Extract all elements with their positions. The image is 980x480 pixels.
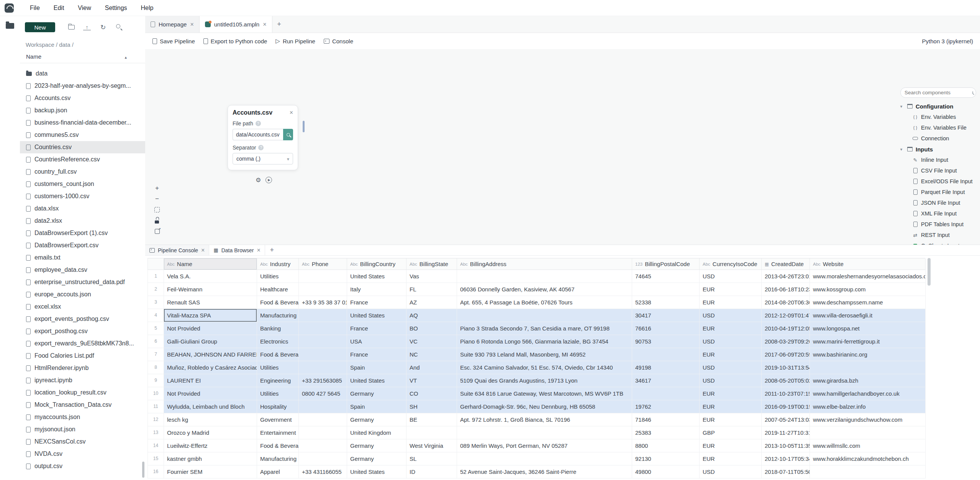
cell-billingstate[interactable]: AQ: [406, 309, 457, 322]
cell-website[interactable]: www.willmsllc.com: [810, 439, 926, 452]
component-item[interactable]: XML File Input: [897, 208, 980, 219]
cell-createddate[interactable]: 2008-03-29T09:26:2: [762, 335, 810, 348]
zoom-out-icon[interactable]: [153, 195, 161, 203]
cell-billingstate[interactable]: VT: [406, 374, 457, 387]
new-button[interactable]: New: [25, 22, 55, 32]
toolbar-button[interactable]: Console: [320, 35, 357, 47]
cell-industry[interactable]: Food & Beverag: [257, 296, 299, 309]
cell-createddate[interactable]: 2010-04-19T12:05:1: [762, 322, 810, 335]
cell-billingpostalcode[interactable]: 92130: [632, 452, 700, 465]
cell-billingpostalcode[interactable]: 52338: [632, 296, 700, 309]
cell-createddate[interactable]: 2014-08-20T06:36:2: [762, 296, 810, 309]
cell-billingaddress[interactable]: [457, 309, 632, 322]
cell-billingcountry[interactable]: Germany: [347, 387, 406, 400]
cell-phone[interactable]: [299, 309, 347, 322]
cell-billingstate[interactable]: NC: [406, 348, 457, 361]
sort-ascending-icon[interactable]: [125, 53, 127, 60]
cell-currencyisocode[interactable]: USD: [700, 309, 762, 322]
file-list-item[interactable]: backup.json: [20, 104, 145, 117]
component-item[interactable]: Excel/ODS File Input: [897, 176, 980, 187]
cell-phone[interactable]: [299, 452, 347, 465]
lock-icon[interactable]: [153, 216, 161, 225]
cell-industry[interactable]: Utilities: [257, 270, 299, 283]
cell-billingpostalcode[interactable]: 76616: [632, 322, 700, 335]
cell-currencyisocode[interactable]: GBP: [700, 426, 762, 439]
cell-billingpostalcode[interactable]: 25383: [632, 426, 700, 439]
component-item[interactable]: ▾ Inputs: [897, 144, 980, 155]
cell-name[interactable]: Vitali-Mazza SPA: [164, 309, 257, 322]
breadcrumb-root[interactable]: Workspace: [26, 41, 54, 48]
cell-website[interactable]: www.villa-derosaefigli.it: [810, 309, 926, 322]
cell-createddate[interactable]: 2016-09-19T00:15:1: [762, 400, 810, 413]
component-item[interactable]: Connection: [897, 133, 980, 144]
file-list-item[interactable]: Accounts.csv: [20, 92, 145, 104]
sidebar-toolbar-icon[interactable]: [83, 24, 91, 30]
close-tab-icon[interactable]: [257, 247, 261, 253]
cell-name[interactable]: Muñoz, Robledo y Casárez Asociados: [164, 361, 257, 374]
file-list-item[interactable]: employee_data.csv: [20, 264, 145, 276]
component-item[interactable]: PDF Tables Input: [897, 219, 980, 230]
sidebar-toolbar-icon[interactable]: [68, 25, 75, 30]
cell-phone[interactable]: +33 9 35 38 37 01: [299, 296, 347, 309]
cell-phone[interactable]: [299, 439, 347, 452]
cell-phone[interactable]: [299, 361, 347, 374]
column-header[interactable]: Abc BillingCountry: [347, 258, 406, 270]
node-scrollbar[interactable]: [303, 121, 305, 132]
file-browser-icon[interactable]: [6, 23, 14, 29]
cell-industry[interactable]: Government: [257, 413, 299, 426]
cell-name[interactable]: Orozco y Madrid: [164, 426, 257, 439]
cell-industry[interactable]: Utilities: [257, 387, 299, 400]
file-list-item[interactable]: export_rewards_9uE58tbkMK73n8...: [20, 337, 145, 350]
cell-currencyisocode[interactable]: EUR: [700, 296, 762, 309]
file-list-item[interactable]: export_events_posthog.csv: [20, 313, 145, 325]
file-list-item[interactable]: customers_count.json: [20, 178, 145, 190]
play-icon[interactable]: [265, 177, 272, 183]
cell-currencyisocode[interactable]: EUR: [700, 413, 762, 426]
toolbar-button[interactable]: Export to Python code: [199, 35, 272, 47]
column-header[interactable]: Abc Industry: [257, 258, 299, 270]
file-list-item[interactable]: enterprise_unstructured_data.pdf: [20, 276, 145, 288]
file-list-item[interactable]: business-financial-data-december...: [20, 117, 145, 129]
cell-billingaddress[interactable]: Esc. 324 Camino Salvador, 51 Esc. 574, O…: [457, 361, 632, 374]
cell-website[interactable]: www.marini-ferrettigroup.it: [810, 335, 926, 348]
cell-website[interactable]: [810, 361, 926, 374]
file-list-item[interactable]: emails.txt: [20, 252, 145, 264]
cell-billingpostalcode[interactable]: 19762: [632, 400, 700, 413]
column-header[interactable]: Abc Website: [810, 258, 926, 270]
cell-industry[interactable]: Manufacturing: [257, 309, 299, 322]
cell-phone[interactable]: [299, 270, 347, 283]
cell-billingaddress[interactable]: Apt. 972 Lohrstr. 1, Groß Bianca, SL 701…: [457, 413, 632, 426]
cell-industry[interactable]: Engineering: [257, 374, 299, 387]
cell-billingpostalcode[interactable]: [632, 387, 700, 400]
cell-billingstate[interactable]: West Virginia: [406, 439, 457, 452]
cell-billingcountry[interactable]: United States: [347, 374, 406, 387]
pipeline-node[interactable]: Accounts.csv File path Separator comma (…: [228, 105, 298, 170]
cell-website[interactable]: www.bashirianinc.org: [810, 348, 926, 361]
cell-billingaddress[interactable]: 52 Avenue Saint-Jacques, 36246 Saint-Pie…: [457, 465, 632, 478]
cell-industry[interactable]: Apparel: [257, 465, 299, 478]
cell-currencyisocode[interactable]: EUR: [700, 322, 762, 335]
cell-phone[interactable]: 0800 427 5645: [299, 387, 347, 400]
cell-billingstate[interactable]: SH: [406, 400, 457, 413]
cell-createddate[interactable]: 2018-07-11T05:50:5: [762, 465, 810, 478]
cell-createddate[interactable]: 2017-06-09T20:59:5: [762, 348, 810, 361]
cell-industry[interactable]: Food & Beverag: [257, 439, 299, 452]
zoom-in-icon[interactable]: [153, 184, 161, 192]
file-list-item[interactable]: Countries.csv: [20, 141, 145, 153]
cell-name[interactable]: Fournier SEM: [164, 465, 257, 478]
gear-icon[interactable]: [256, 176, 261, 184]
cell-currencyisocode[interactable]: EUR: [700, 400, 762, 413]
cell-createddate[interactable]: 2011-10-23T07:15:4: [762, 387, 810, 400]
cell-billingstate[interactable]: ID: [406, 465, 457, 478]
cell-billingpostalcode[interactable]: [632, 348, 700, 361]
cell-website[interactable]: www.horakklimczakundmotchebon.ch: [810, 452, 926, 465]
file-path-input[interactable]: [233, 129, 283, 140]
grid-scrollbar[interactable]: [928, 258, 931, 480]
cell-billingstate[interactable]: BO: [406, 322, 457, 335]
cell-currencyisocode[interactable]: EUR: [700, 439, 762, 452]
file-list-item[interactable]: export_posthog.csv: [20, 325, 145, 337]
cell-billingstate[interactable]: SL: [406, 452, 457, 465]
menu-item[interactable]: Help: [134, 0, 161, 16]
cell-name[interactable]: Vela S.A.: [164, 270, 257, 283]
cell-phone[interactable]: [299, 322, 347, 335]
